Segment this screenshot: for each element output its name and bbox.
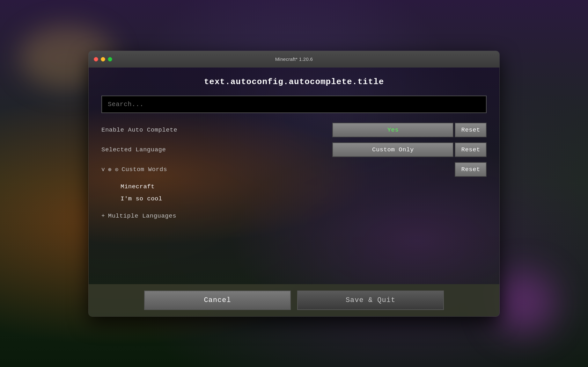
multiple-languages-row: + Multiple Languages [101,212,487,219]
setting-label-language: Selected Language [101,146,332,153]
cancel-button[interactable]: Cancel [144,291,291,310]
window-title: Minecraft* 1.20.6 [275,56,313,62]
save-quit-button[interactable]: Save & Quit [297,291,444,310]
custom-words-icons: ⊕ ⊙ [108,166,118,173]
search-container [101,96,487,113]
multiple-languages-label: Multiple Languages [108,212,176,219]
setting-row-auto-complete: Enable Auto Complete Yes Reset [101,123,487,137]
setting-label-auto-complete: Enable Auto Complete [101,126,332,133]
custom-words-expand-icon[interactable]: v [101,166,105,173]
auto-complete-value-button[interactable]: Yes [332,123,453,137]
search-input[interactable] [101,96,487,113]
bottom-bar: Cancel Save & Quit [89,284,499,316]
custom-word-item-2: I'm so cool [101,193,487,205]
custom-word-item-1: Minecraft [101,181,487,193]
content-area: text.autoconfig.autocomplete.title Enabl… [89,68,499,284]
setting-controls-language: Custom Only Reset [332,142,487,157]
setting-controls-auto-complete: Yes Reset [332,123,487,137]
language-reset-button[interactable]: Reset [455,142,487,157]
setting-row-language: Selected Language Custom Only Reset [101,142,487,157]
main-window: Minecraft* 1.20.6 text.autoconfig.autoco… [88,51,500,317]
settings-list: Enable Auto Complete Yes Reset Selected … [101,123,487,219]
minimize-button[interactable] [101,57,105,61]
auto-complete-reset-button[interactable]: Reset [455,123,487,137]
page-title: text.autoconfig.autocomplete.title [101,77,487,87]
custom-words-title: Custom Words [121,166,455,173]
language-value-button[interactable]: Custom Only [332,142,453,157]
traffic-lights [94,57,112,61]
close-button[interactable] [94,57,98,61]
custom-words-reset-button[interactable]: Reset [455,162,487,177]
multiple-languages-expand-icon[interactable]: + [101,213,105,219]
title-bar: Minecraft* 1.20.6 [89,51,499,68]
maximize-button[interactable] [108,57,112,61]
custom-words-section-header: v ⊕ ⊙ Custom Words Reset [101,162,487,177]
